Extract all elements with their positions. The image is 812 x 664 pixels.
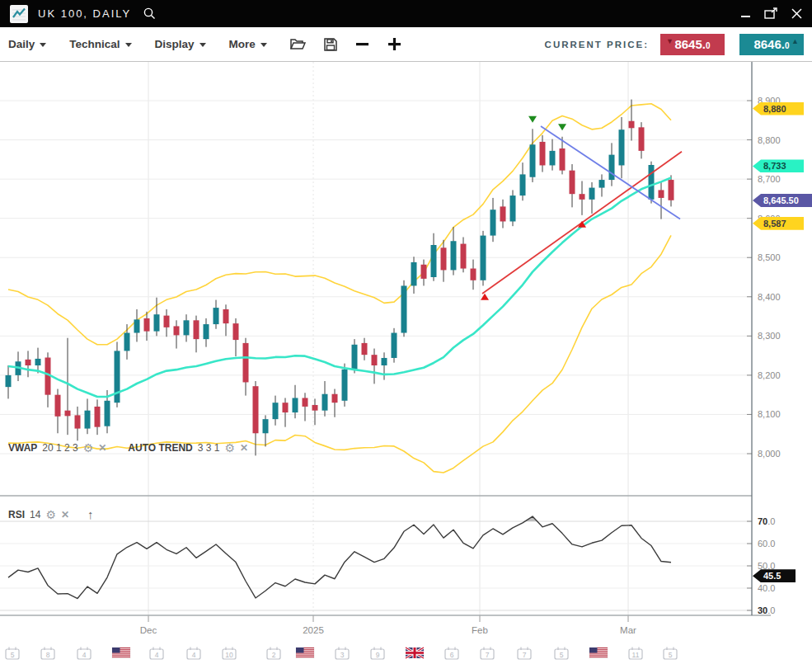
svg-text:2: 2	[272, 651, 276, 659]
popout-icon[interactable]	[764, 7, 778, 20]
vwap-lower-band-line	[8, 235, 671, 473]
overlay-indicator-labels: VWAP 20 1 2 3 ⚙ ✕ AUTO TREND 3 3 1 ⚙ ✕	[8, 442, 248, 454]
calendar-event-icon[interactable]: 11	[629, 648, 642, 660]
calendar-event-icon[interactable]: 7	[518, 648, 531, 660]
candle-body	[293, 398, 298, 412]
svg-text:4: 4	[192, 651, 196, 659]
candle-body	[401, 285, 407, 332]
auto-trend-remove-icon[interactable]: ✕	[240, 443, 248, 453]
candle-body	[649, 165, 655, 200]
candle-body	[174, 326, 180, 335]
candle-body	[342, 370, 348, 401]
rsi-line	[8, 516, 671, 598]
us-flag-icon[interactable]	[112, 648, 130, 658]
calendar-event-icon[interactable]: 5	[664, 648, 677, 660]
more-dropdown-label: More	[229, 38, 256, 50]
vwap-value-badge: 8,733	[753, 159, 804, 172]
price-up-arrow-icon: ▲	[791, 37, 799, 45]
candle-body	[520, 174, 526, 195]
current-price-badge: 8,645.50	[753, 194, 812, 207]
auto-trend-indicator-params: 3 3 1	[198, 442, 220, 454]
candle-body	[124, 333, 130, 351]
title-bar: UK 100, DAILY	[0, 0, 812, 27]
calendar-event-icon[interactable]: 4	[77, 648, 91, 660]
trend-signal-down-triangle-icon	[558, 124, 566, 130]
rsi-remove-icon[interactable]: ✕	[61, 510, 69, 520]
us-flag-icon[interactable]	[589, 648, 608, 658]
svg-text:4: 4	[82, 651, 87, 659]
open-folder-icon[interactable]	[290, 38, 306, 50]
sell-price-decimal: 0	[706, 41, 711, 50]
timeframe-dropdown-label: Daily	[8, 38, 35, 50]
calendar-event-icon[interactable]: 3	[336, 648, 349, 660]
candle-body	[362, 343, 368, 355]
band-value-badge: 8,587	[753, 217, 804, 230]
calendar-event-icon[interactable]: 4	[150, 648, 163, 660]
calendar-event-icon[interactable]: 5	[6, 648, 19, 660]
price-tick-label: 8,100	[758, 409, 781, 419]
svg-text:4: 4	[155, 651, 159, 659]
candle-body	[322, 394, 328, 411]
candle-body	[411, 262, 417, 286]
zoom-in-icon[interactable]	[387, 37, 401, 51]
buy-price-button[interactable]: 8646.0 ▲	[739, 34, 804, 55]
candle-body	[214, 308, 219, 324]
candle-body	[332, 394, 338, 403]
month-label: Mar	[620, 625, 636, 635]
sell-price-button[interactable]: ▼ 8645.0	[660, 34, 725, 55]
uk-flag-icon[interactable]	[406, 648, 424, 658]
timeframe-dropdown[interactable]: Daily	[8, 38, 46, 50]
current-price-label: CURRENT PRICE:	[545, 40, 649, 49]
display-dropdown[interactable]: Display	[155, 38, 206, 50]
move-pane-up-icon[interactable]: ↑	[87, 508, 94, 520]
candle-body	[500, 206, 506, 221]
rsi-tick-label: 30.0	[758, 605, 775, 615]
chart-toolbar: Daily Technical Display More CURRENT PRI…	[0, 27, 812, 62]
vwap-settings-gear-icon[interactable]: ⚙	[83, 442, 94, 454]
candle-body	[461, 244, 467, 269]
calendar-event-icon[interactable]: 5	[555, 648, 568, 660]
svg-text:6: 6	[450, 651, 454, 659]
calendar-event-icon[interactable]: 7	[481, 648, 494, 660]
zoom-out-icon[interactable]	[355, 37, 369, 51]
band-value-badge: 8,880	[753, 102, 804, 115]
candle-body	[392, 333, 397, 358]
calendar-event-icon[interactable]: 9	[371, 648, 384, 660]
svg-text:5: 5	[560, 651, 564, 659]
calendar-event-icon[interactable]: 10	[223, 648, 236, 660]
chevron-down-icon	[40, 43, 46, 47]
vwap-remove-icon[interactable]: ✕	[98, 443, 106, 453]
candle-body	[550, 151, 556, 166]
close-icon[interactable]	[791, 8, 802, 19]
rsi-overbought-fill	[8, 516, 671, 598]
price-chart: Dec2025FebMar8,9008,8008,7008,6008,5008,…	[0, 62, 812, 664]
rsi-tick-label: 60.0	[758, 539, 775, 549]
candle-body	[441, 247, 447, 270]
svg-text:5: 5	[669, 651, 673, 659]
calendar-event-icon[interactable]: 4	[187, 648, 200, 660]
svg-text:5: 5	[11, 651, 15, 659]
auto-trend-settings-gear-icon[interactable]: ⚙	[225, 442, 236, 454]
candle-body	[490, 210, 496, 235]
sell-price-value: 8645.	[674, 37, 706, 51]
candle-body	[105, 401, 110, 426]
trend-signal-down-triangle-icon	[528, 116, 537, 123]
rsi-value-badge: 45.5	[753, 569, 796, 582]
more-dropdown[interactable]: More	[229, 38, 267, 50]
calendar-event-icon[interactable]: 8	[41, 648, 54, 660]
svg-text:3: 3	[340, 651, 345, 659]
technical-dropdown[interactable]: Technical	[69, 38, 131, 50]
calendar-event-icon[interactable]: 2	[267, 648, 280, 660]
chart-canvas-area[interactable]: Dec2025FebMar8,9008,8008,7008,6008,5008,…	[0, 62, 812, 664]
save-icon[interactable]	[324, 38, 337, 51]
calendar-event-icon[interactable]: 6	[445, 648, 458, 660]
candle-body	[194, 320, 199, 339]
display-dropdown-label: Display	[155, 38, 195, 50]
candle-body	[580, 194, 585, 200]
search-icon[interactable]	[143, 7, 157, 21]
minimize-icon[interactable]	[740, 8, 751, 19]
candle-body	[669, 180, 674, 200]
svg-text:11: 11	[632, 651, 640, 659]
rsi-settings-gear-icon[interactable]: ⚙	[45, 509, 56, 520]
us-flag-icon[interactable]	[296, 648, 314, 658]
